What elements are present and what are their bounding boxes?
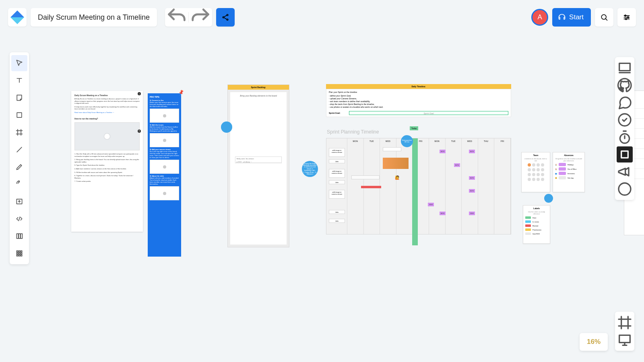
camera-slot[interactable]: John (329, 159, 345, 163)
announce-icon[interactable] (617, 164, 633, 180)
redo-button[interactable] (189, 8, 212, 27)
intv-sticker[interactable]: INTV (454, 163, 460, 167)
camera-slot[interactable]: add image or camera stream (329, 148, 345, 157)
label-swatch (525, 228, 531, 231)
svg-rect-19 (19, 255, 20, 256)
hint-bubble[interactable] (221, 121, 232, 133)
select-tool[interactable] (11, 55, 27, 71)
timeline-header: Daily Timeline: (326, 84, 511, 89)
label-swatch (525, 224, 531, 227)
day-label: TUE (364, 140, 380, 142)
app-logo[interactable] (8, 8, 27, 27)
present-icon[interactable] (617, 332, 633, 348)
start-button[interactable]: Start (552, 8, 591, 27)
step-6: 6. Together in a team, discuss each pers… (74, 175, 140, 179)
camera-slot[interactable]: John (329, 210, 345, 214)
pen-tool[interactable] (11, 159, 27, 175)
tip-image (150, 109, 179, 123)
apps-tool[interactable] (11, 245, 27, 261)
photo-task[interactable] (383, 158, 409, 169)
help-dot[interactable]: ? (138, 130, 141, 133)
absence-pill[interactable] (559, 167, 566, 171)
video-placeholder[interactable] (74, 122, 140, 150)
timeline-bullet: - define your Sprint Goal, (329, 95, 508, 97)
code-tool[interactable] (11, 211, 27, 227)
retro-bubble[interactable]: Retrospective 30 min (401, 135, 413, 147)
sprint-goal-input[interactable]: Sprint Goal (349, 111, 508, 115)
more-tool[interactable] (11, 176, 27, 192)
camera-slot[interactable]: John (329, 180, 345, 184)
camera-slot[interactable]: John (329, 219, 345, 223)
view-toolbar (615, 312, 634, 351)
search-button[interactable] (595, 8, 613, 27)
label-name: Blocked (533, 225, 538, 227)
svg-point-5 (627, 16, 629, 18)
label-name: Prioritization (533, 229, 541, 231)
instructions-p1: A Daily Scrum on Timeline is a team meet… (74, 98, 140, 105)
info-dot[interactable]: i (138, 92, 141, 95)
intv-sticker[interactable]: INTV (440, 212, 446, 215)
sprint-backlog[interactable]: Sprint Backlog: Bring your Backlog eleme… (227, 84, 289, 247)
note-tool[interactable] (11, 90, 27, 106)
daily-bubble-text: During the Daily Meeting remember to loo… (303, 163, 317, 175)
absence-pill[interactable] (559, 172, 566, 175)
absences-card[interactable]: Absences Drag these onto the timeline an… (553, 152, 585, 192)
shape-tool[interactable] (11, 107, 27, 123)
user-avatar[interactable]: A (531, 9, 548, 26)
intv-sticker[interactable]: INTV (469, 176, 475, 180)
timer-icon[interactable] (617, 129, 633, 145)
camera-slot[interactable]: add image or camera stream (329, 190, 345, 199)
hint-bubble[interactable] (544, 194, 553, 203)
play-icon[interactable] (104, 134, 110, 139)
upload-tool[interactable] (11, 193, 27, 210)
zoom-value: 16% (587, 338, 601, 346)
backlog-card[interactable]: Verify users' Jira version ● OOO with An… (235, 156, 281, 163)
absence-pill[interactable] (559, 176, 566, 179)
help-icon[interactable]: ? (617, 181, 633, 197)
label-name: In review (533, 221, 539, 223)
daily-timeline[interactable]: Daily Timeline: Plan your Sprint on the … (326, 84, 511, 234)
absences-title: Absences (555, 154, 582, 156)
team-card[interactable]: Team members on this board, click to see (521, 152, 550, 192)
step-2: 2. Bring your backlog items to the board… (74, 158, 140, 163)
daily-bubble[interactable]: During the Daily Meeting remember to loo… (302, 161, 318, 177)
svg-rect-27 (619, 335, 630, 342)
timeline-grid[interactable]: MON TUE WED THU FRI MON TUE WED THU FRI … (326, 138, 511, 234)
label-swatch (525, 232, 531, 235)
intv-sticker[interactable]: INTV (440, 150, 446, 153)
sprint-goal-label: Sprint Goal: (329, 112, 347, 115)
labels-card[interactable]: Labels Use the colors as ready reference… (523, 205, 550, 244)
undo-redo-group (165, 8, 212, 27)
svg-point-4 (625, 15, 626, 16)
ooo-sticker[interactable]: OOO (428, 203, 434, 206)
absence-pill[interactable] (559, 163, 566, 166)
step-1: 1. Start the Daily with a 30 min advance… (74, 153, 140, 157)
blocked-task[interactable] (361, 186, 381, 188)
fit-icon[interactable] (617, 315, 633, 331)
share-button[interactable] (216, 8, 235, 27)
undo-button[interactable] (165, 8, 188, 27)
timeline-task[interactable] (351, 175, 380, 179)
chat-icon[interactable] (617, 95, 633, 111)
emoji-icon: 🏠 (555, 168, 557, 170)
settings-button[interactable] (617, 8, 636, 27)
intv-sticker[interactable]: INTV (469, 189, 475, 193)
board-title[interactable]: Daily Scrum Meeting on a Timeline (31, 8, 157, 27)
github-icon[interactable] (617, 77, 633, 93)
timeline-bullet: - ask team members to define their avail… (329, 100, 508, 103)
svg-rect-9 (17, 234, 18, 239)
frame-tool[interactable] (11, 124, 27, 140)
tasks-icon[interactable] (617, 112, 633, 128)
intv-sticker[interactable]: INTV (469, 150, 475, 153)
slides-icon[interactable] (617, 60, 633, 76)
camera-slot[interactable]: add image or camera stream (329, 169, 345, 178)
canvas[interactable]: Daily Scrum Meeting on a Timeline A Dail… (0, 0, 644, 362)
ooo-sticker[interactable]: OOO (469, 212, 475, 215)
template-tool[interactable] (11, 228, 27, 244)
zoom-level[interactable]: 16% (580, 333, 608, 351)
read-more-link[interactable]: Read more about Daily Scrum Meeting on a… (74, 111, 114, 113)
timeline-task[interactable] (383, 147, 401, 151)
line-tool[interactable] (11, 142, 27, 158)
app-icon[interactable] (617, 146, 633, 162)
text-tool[interactable] (11, 72, 27, 88)
